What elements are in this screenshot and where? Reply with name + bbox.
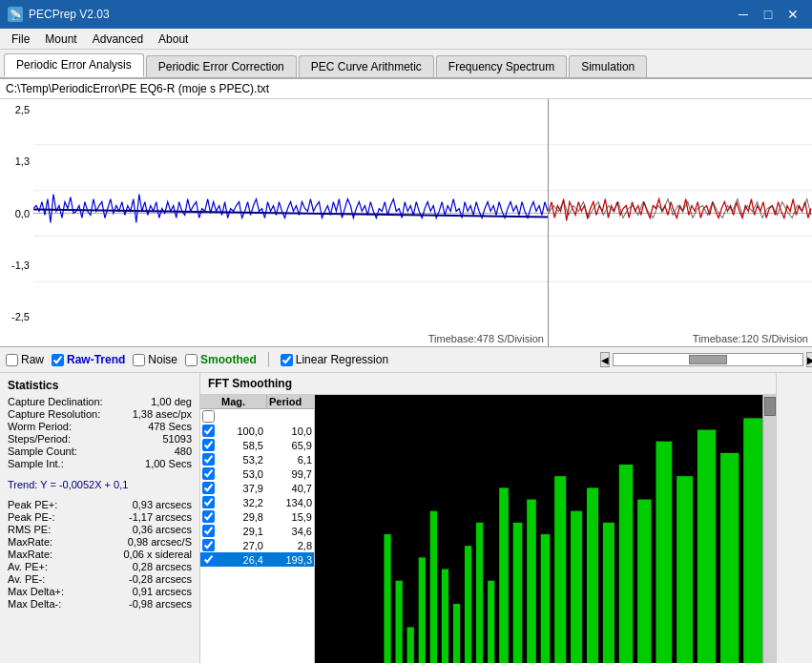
fft-row-10[interactable]: 26,4 199,3 bbox=[200, 552, 314, 567]
fft-check-7[interactable] bbox=[202, 510, 215, 523]
smoothed-label: Smoothed bbox=[200, 353, 257, 366]
tab-simulation[interactable]: Simulation bbox=[569, 55, 647, 77]
noise-label: Noise bbox=[148, 353, 177, 366]
fft-row-7[interactable]: 29,8 15,9 bbox=[200, 509, 314, 524]
fft-row-2[interactable]: 58,5 65,9 bbox=[200, 438, 314, 452]
bottom-panels: Statistics Capture Declination: 1,00 deg… bbox=[0, 373, 812, 663]
svg-rect-33 bbox=[453, 604, 460, 663]
stat-delta-minus: Max Delta-: -0,98 arcsecs bbox=[8, 598, 192, 610]
scroll-left-btn[interactable]: ◀ bbox=[600, 352, 610, 367]
fft-row-8[interactable]: 29,1 34,6 bbox=[200, 524, 314, 538]
close-button[interactable]: ✕ bbox=[781, 5, 804, 24]
fft-row-3[interactable]: 53,2 6,1 bbox=[200, 452, 314, 466]
linear-regression-checkbox[interactable] bbox=[281, 354, 293, 366]
smoothed-checkbox[interactable] bbox=[185, 354, 198, 366]
linear-regression-label[interactable]: Linear Regression bbox=[281, 353, 388, 366]
stat-maxrate1: MaxRate: 0,98 arcsec/S bbox=[8, 536, 192, 548]
svg-rect-48 bbox=[677, 476, 693, 663]
stat-row-steps: Steps/Period: 51093 bbox=[8, 433, 192, 445]
fft-row-6[interactable]: 32,2 134,0 bbox=[200, 495, 314, 509]
separator bbox=[268, 352, 269, 367]
svg-rect-27 bbox=[384, 534, 390, 663]
fft-check-3[interactable] bbox=[202, 453, 215, 466]
svg-rect-45 bbox=[619, 465, 633, 663]
stat-peak-minus: Peak PE-: -1,17 arcsecs bbox=[8, 511, 192, 523]
raw-checkbox-label[interactable]: Raw bbox=[6, 353, 44, 366]
scrollbar-track[interactable] bbox=[613, 353, 803, 366]
fft-check-4[interactable] bbox=[202, 467, 215, 480]
svg-rect-37 bbox=[499, 487, 509, 663]
fft-content: Mag. Period 100,0 10,0 58,5 65,9 bbox=[200, 395, 776, 663]
menu-mount[interactable]: Mount bbox=[37, 31, 84, 48]
svg-rect-35 bbox=[476, 523, 483, 663]
stat-av-minus: Av. PE-: -0,28 arcsecs bbox=[8, 573, 192, 585]
fft-check-1[interactable] bbox=[202, 425, 215, 437]
raw-trend-checkbox-label[interactable]: Raw-Trend bbox=[52, 353, 125, 366]
smoothed-checkbox-label[interactable]: Smoothed bbox=[185, 353, 257, 366]
fft-list: Mag. Period 100,0 10,0 58,5 65,9 bbox=[200, 395, 315, 663]
fft-mag-header: Mag. bbox=[219, 395, 267, 408]
svg-rect-44 bbox=[603, 523, 614, 663]
fft-row-1[interactable]: 100,0 10,0 bbox=[200, 424, 314, 438]
scrollbar-thumb[interactable] bbox=[689, 355, 727, 364]
fft-check-6[interactable] bbox=[202, 496, 215, 508]
title-bar: 📡 PECPrep V2.03 ─ □ ✕ bbox=[0, 0, 812, 29]
tab-periodic-error-correction[interactable]: Periodic Error Correction bbox=[146, 55, 297, 77]
raw-checkbox[interactable] bbox=[6, 354, 18, 366]
svg-rect-51 bbox=[743, 418, 764, 663]
svg-rect-40 bbox=[541, 534, 551, 663]
minimize-button[interactable]: ─ bbox=[732, 5, 755, 24]
chart-plot-left bbox=[33, 99, 548, 327]
fft-check-8[interactable] bbox=[202, 525, 215, 537]
raw-trend-label: Raw-Trend bbox=[67, 353, 125, 366]
stat-row-resolution: Capture Resolution: 1,38 asec/px bbox=[8, 408, 192, 420]
fft-row-4[interactable]: 53,0 99,7 bbox=[200, 466, 314, 481]
svg-rect-36 bbox=[488, 581, 494, 663]
fft-row-0[interactable] bbox=[200, 409, 314, 424]
stat-row-worm: Worm Period: 478 Secs bbox=[8, 421, 192, 432]
svg-rect-42 bbox=[571, 511, 582, 663]
chart-area: 2,5 1,3 0,0 -1,3 -2,5 Timebase:478 S/Div… bbox=[0, 99, 812, 347]
menu-about[interactable]: About bbox=[151, 31, 196, 48]
stats-trend: Trend: Y = -0,0052X + 0,1 bbox=[8, 479, 192, 490]
raw-trend-checkbox[interactable] bbox=[52, 354, 64, 366]
fft-title: FFT Smoothing bbox=[200, 373, 776, 395]
chart-timebase-left: Timebase:478 S/Division bbox=[428, 333, 544, 344]
fft-check-0[interactable] bbox=[202, 410, 215, 423]
stat-row-samples: Sample Count: 480 bbox=[8, 445, 192, 457]
svg-rect-34 bbox=[465, 546, 471, 663]
fft-check-9[interactable] bbox=[202, 539, 215, 551]
chart-left: 2,5 1,3 0,0 -1,3 -2,5 Timebase:478 S/Div… bbox=[0, 99, 549, 346]
menu-bar: File Mount Advanced About bbox=[0, 29, 812, 50]
fft-check-2[interactable] bbox=[202, 439, 215, 451]
tab-periodic-error-analysis[interactable]: Periodic Error Analysis bbox=[4, 53, 144, 77]
noise-checkbox-label[interactable]: Noise bbox=[133, 353, 177, 366]
svg-rect-29 bbox=[407, 627, 414, 663]
svg-rect-47 bbox=[656, 442, 672, 663]
tab-frequency-spectrum[interactable]: Frequency Spectrum bbox=[436, 55, 567, 77]
stat-row-declination: Capture Declination: 1,00 deg bbox=[8, 396, 192, 407]
tab-pec-curve-arithmetic[interactable]: PEC Curve Arithmetic bbox=[299, 55, 434, 77]
fft-per-header: Period bbox=[267, 395, 314, 408]
app-title: PECPrep V2.03 bbox=[29, 8, 110, 21]
fft-panel: FFT Smoothing Mag. Period 100,0 bbox=[200, 373, 777, 663]
fft-row-9[interactable]: 27,0 2,8 bbox=[200, 538, 314, 552]
chart-right: Timebase:120 S/Division bbox=[549, 99, 812, 346]
menu-advanced[interactable]: Advanced bbox=[85, 31, 151, 48]
maximize-button[interactable]: □ bbox=[757, 5, 780, 24]
scroll-right-btn[interactable]: ▶ bbox=[806, 352, 812, 367]
tabs-container: Periodic Error Analysis Periodic Error C… bbox=[0, 50, 812, 79]
stat-maxrate2: MaxRate: 0,06 x sidereal bbox=[8, 549, 192, 560]
svg-rect-49 bbox=[697, 430, 716, 663]
app-icon: 📡 bbox=[8, 7, 23, 22]
fft-check-5[interactable] bbox=[202, 482, 215, 494]
fft-check-10[interactable] bbox=[202, 553, 215, 566]
svg-rect-30 bbox=[419, 557, 426, 663]
fft-row-5[interactable]: 37,9 40,7 bbox=[200, 481, 314, 495]
menu-file[interactable]: File bbox=[4, 31, 37, 48]
svg-rect-28 bbox=[396, 581, 403, 663]
svg-rect-38 bbox=[513, 523, 523, 663]
stats-title: Statistics bbox=[8, 379, 192, 392]
noise-checkbox[interactable] bbox=[133, 354, 145, 366]
svg-rect-39 bbox=[527, 500, 536, 663]
